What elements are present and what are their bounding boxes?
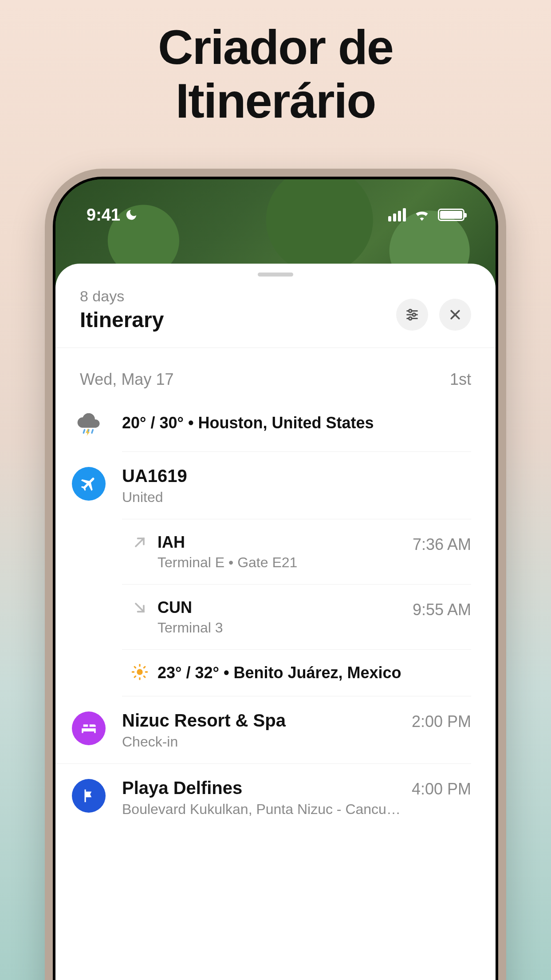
hotel-action: Check-in [122, 734, 403, 750]
weather-row[interactable]: 20° / 30° • Houston, United States [55, 400, 471, 451]
dep-time: 7:36 AM [404, 533, 471, 554]
flight-departure[interactable]: IAH Terminal E • Gate E21 7:36 AM [122, 519, 471, 585]
close-icon [449, 308, 462, 321]
svg-line-17 [134, 676, 135, 677]
phone-frame: 9:41 8 days [45, 169, 506, 980]
svg-line-16 [144, 676, 145, 677]
sheet-grabber[interactable] [258, 273, 293, 277]
hotel-time: 2:00 PM [403, 710, 471, 731]
itinerary-list: 20° / 30° • Houston, United States UA161… [55, 400, 496, 831]
flight-airline: United [122, 489, 462, 506]
status-bar: 9:41 [55, 179, 496, 233]
weather-row-dest[interactable]: 23° / 32° • Benito Juárez, Mexico [122, 650, 471, 696]
battery-icon [438, 209, 464, 221]
sun-icon [131, 663, 149, 681]
itinerary-sheet: 8 days Itinerary [55, 264, 496, 980]
promo-title: Criador de Itinerário [0, 0, 551, 127]
flight-code: UA1619 [122, 465, 462, 486]
place-time: 4:00 PM [403, 777, 471, 798]
flight-item[interactable]: UA1619 United [55, 452, 471, 519]
dep-detail: Terminal E • Gate E21 [157, 554, 404, 571]
place-name: Playa Delfines [122, 777, 403, 798]
plane-icon [72, 467, 106, 501]
svg-line-8 [136, 538, 144, 546]
day-ordinal: 1st [450, 370, 471, 389]
hotel-item[interactable]: Nizuc Resort & Spa Check-in 2:00 PM [55, 696, 471, 764]
place-item[interactable]: Playa Delfines Boulevard Kukulkan, Punta… [55, 764, 471, 831]
svg-line-18 [144, 667, 145, 668]
day-header: Wed, May 17 1st [55, 348, 496, 400]
weather-text: 20° / 30° • Houston, United States [122, 413, 462, 432]
arr-time: 9:55 AM [404, 598, 471, 619]
svg-line-9 [136, 604, 144, 612]
weather-dest-text: 23° / 32° • Benito Juárez, Mexico [157, 663, 462, 682]
svg-point-10 [137, 669, 142, 675]
bed-icon [72, 711, 106, 745]
promo-line2: Itinerário [176, 73, 376, 128]
flight-arrival[interactable]: CUN Terminal 3 9:55 AM [122, 585, 471, 650]
arr-detail: Terminal 3 [157, 620, 404, 636]
trip-duration: 8 days [80, 288, 164, 305]
sliders-icon [405, 307, 420, 322]
arr-code: CUN [157, 598, 404, 617]
filter-button[interactable] [396, 299, 428, 331]
page-title: Itinerary [80, 308, 164, 332]
svg-line-15 [134, 667, 135, 668]
arrive-arrow-icon [132, 600, 148, 616]
hotel-name: Nizuc Resort & Spa [122, 710, 403, 731]
status-time: 9:41 [87, 205, 120, 225]
place-address: Boulevard Kukulkan, Punta Nizuc - Cancun… [122, 801, 403, 818]
svg-point-1 [409, 309, 412, 312]
svg-point-5 [409, 317, 412, 320]
wifi-icon [414, 209, 430, 221]
close-button[interactable] [439, 299, 471, 331]
dep-code: IAH [157, 533, 404, 552]
promo-line1: Criador de [158, 20, 393, 74]
depart-arrow-icon [132, 534, 148, 550]
svg-point-3 [413, 313, 416, 316]
storm-icon [76, 413, 101, 438]
moon-icon [125, 208, 138, 221]
sheet-header: 8 days Itinerary [55, 277, 496, 348]
flag-icon [72, 779, 106, 813]
signal-icon [388, 208, 406, 221]
day-date: Wed, May 17 [80, 370, 173, 389]
